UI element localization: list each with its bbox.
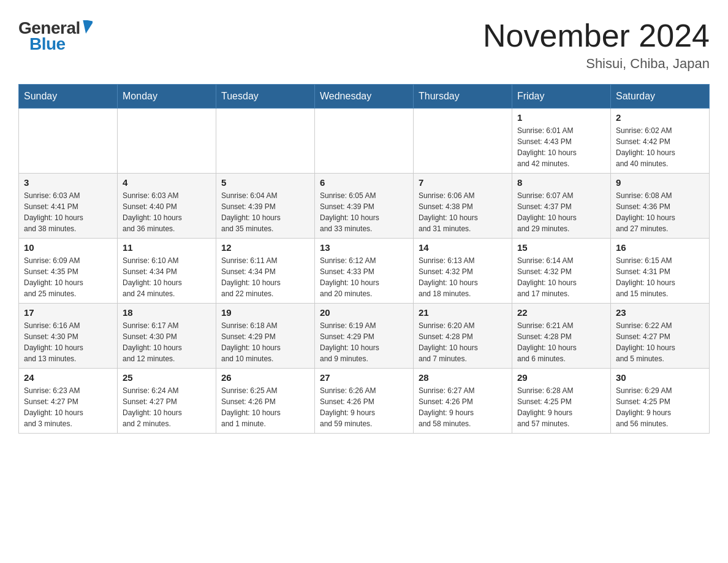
calendar-cell <box>315 109 414 174</box>
day-number: 24 <box>24 372 112 383</box>
day-number: 7 <box>419 177 507 188</box>
day-number: 26 <box>221 372 309 383</box>
day-info: Sunrise: 6:25 AM Sunset: 4:26 PM Dayligh… <box>221 385 309 429</box>
calendar-cell: 3Sunrise: 6:03 AM Sunset: 4:41 PM Daylig… <box>19 174 118 239</box>
day-number: 8 <box>517 177 605 188</box>
calendar-cell: 19Sunrise: 6:18 AM Sunset: 4:29 PM Dayli… <box>216 304 315 369</box>
calendar-cell: 22Sunrise: 6:21 AM Sunset: 4:28 PM Dayli… <box>512 304 611 369</box>
day-info: Sunrise: 6:26 AM Sunset: 4:26 PM Dayligh… <box>320 385 408 429</box>
calendar-cell <box>216 109 315 174</box>
calendar-cell: 16Sunrise: 6:15 AM Sunset: 4:31 PM Dayli… <box>611 239 710 304</box>
calendar-cell: 26Sunrise: 6:25 AM Sunset: 4:26 PM Dayli… <box>216 369 315 434</box>
day-number: 1 <box>517 112 605 123</box>
day-number: 12 <box>221 242 309 253</box>
calendar-cell: 30Sunrise: 6:29 AM Sunset: 4:25 PM Dayli… <box>611 369 710 434</box>
day-info: Sunrise: 6:12 AM Sunset: 4:33 PM Dayligh… <box>320 255 408 299</box>
calendar-cell: 23Sunrise: 6:22 AM Sunset: 4:27 PM Dayli… <box>611 304 710 369</box>
day-number: 27 <box>320 372 408 383</box>
day-number: 19 <box>221 307 309 318</box>
calendar-table: SundayMondayTuesdayWednesdayThursdayFrid… <box>18 84 710 434</box>
calendar-cell: 24Sunrise: 6:23 AM Sunset: 4:27 PM Dayli… <box>19 369 118 434</box>
day-info: Sunrise: 6:14 AM Sunset: 4:32 PM Dayligh… <box>517 255 605 299</box>
day-info: Sunrise: 6:02 AM Sunset: 4:42 PM Dayligh… <box>616 125 704 169</box>
day-number: 17 <box>24 307 112 318</box>
day-info: Sunrise: 6:18 AM Sunset: 4:29 PM Dayligh… <box>221 320 309 364</box>
day-number: 4 <box>123 177 211 188</box>
calendar-cell: 27Sunrise: 6:26 AM Sunset: 4:26 PM Dayli… <box>315 369 414 434</box>
day-number: 9 <box>616 177 704 188</box>
calendar-cell: 13Sunrise: 6:12 AM Sunset: 4:33 PM Dayli… <box>315 239 414 304</box>
weekday-header-tuesday: Tuesday <box>216 85 315 109</box>
day-info: Sunrise: 6:27 AM Sunset: 4:26 PM Dayligh… <box>419 385 507 429</box>
calendar-cell: 25Sunrise: 6:24 AM Sunset: 4:27 PM Dayli… <box>118 369 216 434</box>
weekday-header-sunday: Sunday <box>19 85 118 109</box>
calendar-cell: 11Sunrise: 6:10 AM Sunset: 4:34 PM Dayli… <box>118 239 216 304</box>
day-number: 10 <box>24 242 112 253</box>
calendar-cell: 18Sunrise: 6:17 AM Sunset: 4:30 PM Dayli… <box>118 304 216 369</box>
day-info: Sunrise: 6:01 AM Sunset: 4:43 PM Dayligh… <box>517 125 605 169</box>
weekday-header-friday: Friday <box>512 85 611 109</box>
weekday-header-wednesday: Wednesday <box>315 85 414 109</box>
weekday-header-monday: Monday <box>118 85 216 109</box>
day-info: Sunrise: 6:22 AM Sunset: 4:27 PM Dayligh… <box>616 320 704 364</box>
day-number: 21 <box>419 307 507 318</box>
day-number: 13 <box>320 242 408 253</box>
day-info: Sunrise: 6:10 AM Sunset: 4:34 PM Dayligh… <box>123 255 211 299</box>
calendar-cell: 6Sunrise: 6:05 AM Sunset: 4:39 PM Daylig… <box>315 174 414 239</box>
day-info: Sunrise: 6:19 AM Sunset: 4:29 PM Dayligh… <box>320 320 408 364</box>
calendar-week-1: 1Sunrise: 6:01 AM Sunset: 4:43 PM Daylig… <box>19 109 710 174</box>
logo: General Blue <box>18 18 93 54</box>
day-number: 6 <box>320 177 408 188</box>
calendar-week-4: 17Sunrise: 6:16 AM Sunset: 4:30 PM Dayli… <box>19 304 710 369</box>
calendar-cell: 5Sunrise: 6:04 AM Sunset: 4:39 PM Daylig… <box>216 174 315 239</box>
day-info: Sunrise: 6:11 AM Sunset: 4:34 PM Dayligh… <box>221 255 309 299</box>
day-number: 18 <box>123 307 211 318</box>
day-number: 14 <box>419 242 507 253</box>
calendar-cell: 21Sunrise: 6:20 AM Sunset: 4:28 PM Dayli… <box>414 304 512 369</box>
day-number: 16 <box>616 242 704 253</box>
day-info: Sunrise: 6:23 AM Sunset: 4:27 PM Dayligh… <box>24 385 112 429</box>
day-number: 11 <box>123 242 211 253</box>
calendar-cell: 7Sunrise: 6:06 AM Sunset: 4:38 PM Daylig… <box>414 174 512 239</box>
calendar-cell: 28Sunrise: 6:27 AM Sunset: 4:26 PM Dayli… <box>414 369 512 434</box>
day-info: Sunrise: 6:28 AM Sunset: 4:25 PM Dayligh… <box>517 385 605 429</box>
location: Shisui, Chiba, Japan <box>483 56 710 72</box>
day-number: 23 <box>616 307 704 318</box>
svg-marker-0 <box>82 20 93 34</box>
weekday-header-row: SundayMondayTuesdayWednesdayThursdayFrid… <box>19 85 710 109</box>
calendar-cell: 9Sunrise: 6:08 AM Sunset: 4:36 PM Daylig… <box>611 174 710 239</box>
page-header: General Blue November 2024 Shisui, Chiba… <box>18 18 710 72</box>
day-info: Sunrise: 6:21 AM Sunset: 4:28 PM Dayligh… <box>517 320 605 364</box>
day-info: Sunrise: 6:24 AM Sunset: 4:27 PM Dayligh… <box>123 385 211 429</box>
day-number: 20 <box>320 307 408 318</box>
calendar-cell: 12Sunrise: 6:11 AM Sunset: 4:34 PM Dayli… <box>216 239 315 304</box>
weekday-header-thursday: Thursday <box>414 85 512 109</box>
day-number: 15 <box>517 242 605 253</box>
calendar-cell: 1Sunrise: 6:01 AM Sunset: 4:43 PM Daylig… <box>512 109 611 174</box>
calendar-cell: 2Sunrise: 6:02 AM Sunset: 4:42 PM Daylig… <box>611 109 710 174</box>
day-info: Sunrise: 6:09 AM Sunset: 4:35 PM Dayligh… <box>24 255 112 299</box>
day-number: 25 <box>123 372 211 383</box>
day-info: Sunrise: 6:08 AM Sunset: 4:36 PM Dayligh… <box>616 190 704 234</box>
calendar-cell: 14Sunrise: 6:13 AM Sunset: 4:32 PM Dayli… <box>414 239 512 304</box>
calendar-week-3: 10Sunrise: 6:09 AM Sunset: 4:35 PM Dayli… <box>19 239 710 304</box>
day-info: Sunrise: 6:07 AM Sunset: 4:37 PM Dayligh… <box>517 190 605 234</box>
day-info: Sunrise: 6:03 AM Sunset: 4:41 PM Dayligh… <box>24 190 112 234</box>
calendar-cell <box>118 109 216 174</box>
month-title: November 2024 <box>483 18 710 53</box>
day-info: Sunrise: 6:15 AM Sunset: 4:31 PM Dayligh… <box>616 255 704 299</box>
calendar-cell: 10Sunrise: 6:09 AM Sunset: 4:35 PM Dayli… <box>19 239 118 304</box>
day-info: Sunrise: 6:20 AM Sunset: 4:28 PM Dayligh… <box>419 320 507 364</box>
calendar-cell <box>19 109 118 174</box>
calendar-week-2: 3Sunrise: 6:03 AM Sunset: 4:41 PM Daylig… <box>19 174 710 239</box>
day-info: Sunrise: 6:17 AM Sunset: 4:30 PM Dayligh… <box>123 320 211 364</box>
logo-arrow-icon <box>82 20 93 36</box>
day-info: Sunrise: 6:06 AM Sunset: 4:38 PM Dayligh… <box>419 190 507 234</box>
day-info: Sunrise: 6:03 AM Sunset: 4:40 PM Dayligh… <box>123 190 211 234</box>
calendar-week-5: 24Sunrise: 6:23 AM Sunset: 4:27 PM Dayli… <box>19 369 710 434</box>
day-number: 29 <box>517 372 605 383</box>
calendar-cell: 15Sunrise: 6:14 AM Sunset: 4:32 PM Dayli… <box>512 239 611 304</box>
calendar-cell <box>414 109 512 174</box>
calendar-cell: 17Sunrise: 6:16 AM Sunset: 4:30 PM Dayli… <box>19 304 118 369</box>
day-number: 2 <box>616 112 704 123</box>
